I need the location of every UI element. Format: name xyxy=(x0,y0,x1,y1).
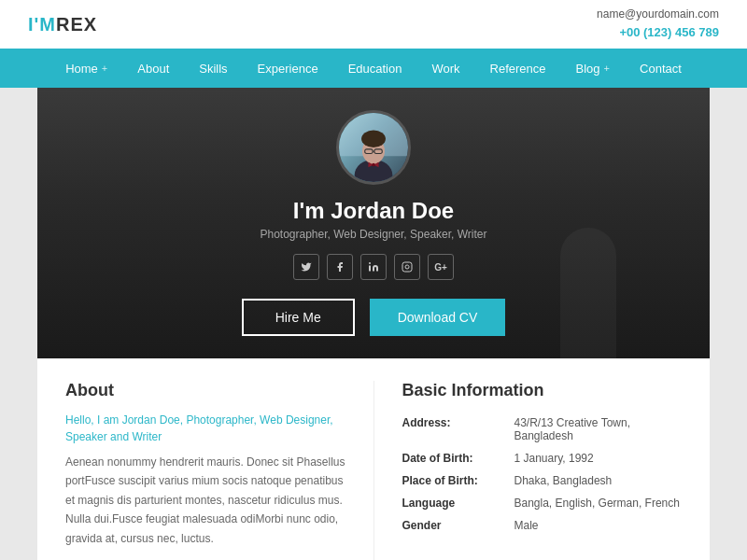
info-label: Date of Birth: xyxy=(402,447,514,469)
nav-contact[interactable]: Contact xyxy=(625,49,697,88)
twitter-icon[interactable] xyxy=(293,254,319,280)
googleplus-icon[interactable]: G+ xyxy=(428,254,454,280)
nav-skills[interactable]: Skills xyxy=(184,49,242,88)
info-label: Address: xyxy=(402,412,514,447)
info-row: Address:43/R/13 Creative Town, Banglades… xyxy=(402,412,683,447)
header: I'MREX name@yourdomain.com +00 (123) 456… xyxy=(0,0,747,49)
instagram-icon[interactable] xyxy=(394,254,420,280)
hero-name: I'm Jordan Doe xyxy=(293,198,454,224)
info-row: GenderMale xyxy=(402,514,683,537)
svg-point-12 xyxy=(372,163,375,167)
about-section: About Hello, I am Jordan Doe, Photograph… xyxy=(65,381,374,560)
nav-education[interactable]: Education xyxy=(333,49,417,88)
facebook-icon[interactable] xyxy=(327,254,353,280)
logo-accent: REX xyxy=(56,14,97,35)
nav-reference[interactable]: Reference xyxy=(475,49,561,88)
svg-point-6 xyxy=(361,131,386,148)
info-row: LanguageBangla, English, German, French xyxy=(402,492,683,514)
svg-point-13 xyxy=(369,262,371,264)
bg-figure xyxy=(560,228,616,358)
hire-me-button[interactable]: Hire Me xyxy=(242,299,355,336)
info-value: Male xyxy=(514,514,683,537)
logo: I'MREX xyxy=(28,14,97,35)
info-row: Place of Birth:Dhaka, Bangladesh xyxy=(402,469,683,492)
info-value: Bangla, English, German, French xyxy=(514,492,683,514)
basic-info-title: Basic Information xyxy=(402,381,683,400)
navigation: Home + About Skills Experience Education… xyxy=(0,49,747,88)
basic-info-section: Basic Information Address:43/R/13 Creati… xyxy=(374,381,683,560)
info-value: 1 January, 1992 xyxy=(514,447,683,469)
contact-phone: +00 (123) 456 789 xyxy=(597,23,719,43)
home-plus-icon: + xyxy=(102,63,107,74)
hero-subtitle: Photographer, Web Designer, Speaker, Wri… xyxy=(260,228,486,241)
nav-about[interactable]: About xyxy=(122,49,184,88)
about-title: About xyxy=(65,381,345,400)
header-contact: name@yourdomain.com +00 (123) 456 789 xyxy=(597,6,719,43)
info-label: Language xyxy=(402,492,514,514)
svg-rect-14 xyxy=(402,262,412,272)
nav-home[interactable]: Home + xyxy=(50,49,122,88)
nav-blog[interactable]: Blog + xyxy=(561,49,625,88)
blog-plus-icon: + xyxy=(604,63,610,74)
info-value: Dhaka, Bangladesh xyxy=(514,469,683,492)
logo-prefix: I'M xyxy=(28,14,56,35)
nav-work[interactable]: Work xyxy=(416,49,474,88)
hero-section: I'm Jordan Doe Photographer, Web Designe… xyxy=(37,88,710,358)
info-label: Place of Birth: xyxy=(402,469,514,492)
social-links: G+ xyxy=(293,254,454,280)
download-cv-button[interactable]: Download CV xyxy=(370,299,506,336)
content-section: About Hello, I am Jordan Doe, Photograph… xyxy=(37,358,710,560)
avatar-image xyxy=(339,110,408,185)
info-label: Gender xyxy=(402,514,514,537)
hero-buttons: Hire Me Download CV xyxy=(242,299,506,336)
nav-experience[interactable]: Experience xyxy=(243,49,333,88)
about-text: Aenean nonummy hendrerit mauris. Donec s… xyxy=(65,453,345,548)
info-value: 43/R/13 Creative Town, Bangladesh xyxy=(514,412,683,447)
linkedin-icon[interactable] xyxy=(360,254,387,280)
contact-email: name@yourdomain.com xyxy=(597,6,719,23)
info-row: Date of Birth:1 January, 1992 xyxy=(402,447,683,469)
info-table: Address:43/R/13 Creative Town, Banglades… xyxy=(402,412,683,537)
about-highlight: Hello, I am Jordan Doe, Photographer, We… xyxy=(65,412,345,445)
avatar xyxy=(336,110,411,185)
